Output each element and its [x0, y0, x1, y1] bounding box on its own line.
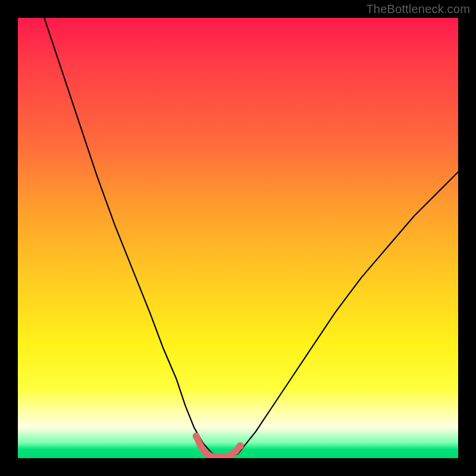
bottleneck-curve [44, 18, 458, 457]
plot-area [18, 18, 458, 458]
trough-dot [237, 442, 244, 449]
chart-frame: TheBottleneck.com [0, 0, 476, 476]
trough-dot [197, 442, 204, 449]
trough-dot [193, 433, 200, 440]
chart-svg [18, 18, 458, 458]
trough-dots [193, 433, 244, 458]
watermark-text: TheBottleneck.com [366, 2, 470, 16]
